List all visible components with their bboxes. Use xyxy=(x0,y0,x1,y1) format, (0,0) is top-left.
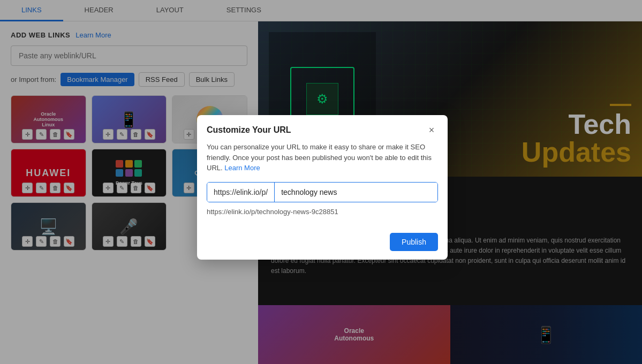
url-preview: https://elink.io/p/technology-news-9c288… xyxy=(207,208,438,216)
url-input-row: https://elink.io/p/ xyxy=(207,182,438,202)
modal-title: Customize Your URL xyxy=(207,125,291,135)
modal-footer: Publish xyxy=(197,233,448,260)
modal-close-button[interactable]: × xyxy=(425,124,438,136)
modal-learn-more-link[interactable]: Learn More xyxy=(224,164,260,172)
url-slug-input[interactable] xyxy=(275,183,437,202)
modal-body: You can personalize your URL to make it … xyxy=(197,142,448,233)
customize-url-modal: Customize Your URL × You can personalize… xyxy=(197,115,448,260)
modal-description: You can personalize your URL to make it … xyxy=(207,142,438,173)
url-prefix: https://elink.io/p/ xyxy=(207,183,275,202)
modal-header: Customize Your URL × xyxy=(197,115,448,142)
publish-button[interactable]: Publish xyxy=(390,233,438,251)
